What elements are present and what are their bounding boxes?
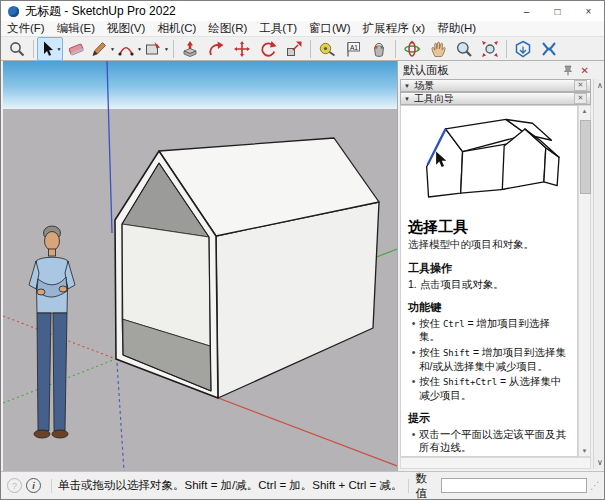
scrollbar-down-icon[interactable]: ▼ [579, 448, 590, 454]
scale-icon [285, 40, 303, 58]
chevron-down-icon[interactable]: ▼ [137, 46, 142, 52]
instructor-bottom-strip [400, 457, 591, 469]
follow-me-icon [207, 40, 225, 58]
sky [3, 61, 397, 109]
pin-icon[interactable] [563, 65, 573, 76]
section-close-icon[interactable]: ✕ [574, 93, 587, 104]
instructor-modifier-header: 功能键 [408, 300, 571, 315]
select-arrow-icon [39, 40, 55, 58]
toolbar-separator [395, 40, 396, 58]
modifier-item: • 按住 Shift+Ctrl = 从选择集中减少项目。 [408, 375, 571, 402]
extension-warehouse-button[interactable] [536, 37, 562, 61]
info-status-icon[interactable]: i [26, 478, 41, 493]
warehouse-button[interactable] [510, 37, 536, 61]
select-button[interactable]: ▼ [37, 37, 63, 61]
pencil-icon [90, 40, 108, 58]
zoom-button[interactable] [451, 37, 477, 61]
tray-header: 默认面板 ✕ [398, 61, 605, 79]
menu-file[interactable]: 文件(F) [1, 21, 51, 36]
toolbar-separator [173, 40, 174, 58]
eraser-button[interactable] [63, 37, 89, 61]
help-status-icon[interactable]: ? [7, 478, 22, 493]
toolbar-separator [310, 40, 311, 58]
arc-icon [117, 40, 135, 58]
zoom-icon [455, 40, 473, 58]
panel-section-instructor[interactable]: ▼ 工具向导 ✕ [400, 92, 591, 105]
line-tool-button[interactable]: ▼ [89, 37, 116, 61]
status-separator [408, 479, 409, 493]
extension-warehouse-icon [540, 40, 558, 58]
modifier-item: • 按住 Shift = 增加项目到选择集和/或从选择集中减少项目。 [408, 346, 571, 373]
collapse-arrow-icon: ▼ [404, 96, 410, 102]
menu-window[interactable]: 窗口(W) [303, 21, 357, 36]
tray-close-icon[interactable]: ✕ [581, 65, 589, 76]
instructor-subtitle: 选择模型中的项目和对象。 [408, 238, 571, 251]
tape-measure-icon [318, 40, 336, 58]
maximize-button[interactable]: □ [542, 1, 573, 21]
rectangle-tool-button[interactable]: ▼ [143, 37, 170, 61]
title-bar: 无标题 - SketchUp Pro 2022 – □ × [1, 1, 604, 21]
menu-extensions[interactable]: 扩展程序 (x) [357, 21, 432, 36]
close-button[interactable]: × [573, 1, 604, 21]
tray-title: 默认面板 [403, 63, 449, 78]
chevron-down-icon[interactable]: ▼ [110, 46, 115, 52]
zoom-extents-button[interactable] [477, 37, 503, 61]
minimize-button[interactable]: – [511, 1, 542, 21]
model-viewport[interactable] [3, 61, 397, 471]
pan-button[interactable] [425, 37, 451, 61]
section-close-icon[interactable]: ✕ [574, 80, 587, 91]
tray-scroll-strip[interactable]: ∧ ∨ [593, 79, 605, 469]
chevron-down-icon[interactable]: ▼ [57, 46, 62, 52]
scrollbar-thumb[interactable] [580, 120, 591, 194]
eraser-icon [67, 40, 85, 58]
tip-item: • 双击一个平面以选定该平面及其所有边线。 [408, 428, 571, 455]
pan-hand-icon [429, 40, 447, 58]
text-tool-icon: A1 [344, 40, 362, 58]
tool-bar: ▼ ▼ ▼ ▼ [1, 37, 604, 61]
instructor-operation-item: 1. 点击项目或对象。 [408, 278, 571, 292]
search-button[interactable] [4, 37, 30, 61]
paint-bucket-button[interactable] [366, 37, 392, 61]
push-pull-button[interactable] [177, 37, 203, 61]
follow-me-button[interactable] [203, 37, 229, 61]
menu-view[interactable]: 视图(V) [101, 21, 151, 36]
menu-help[interactable]: 帮助(H) [431, 21, 482, 36]
section-label: 场景 [414, 79, 434, 93]
3d-warehouse-icon [514, 40, 532, 58]
modifier-item: • 按住 Ctrl = 增加项目到选择集。 [408, 317, 571, 344]
menu-bar: 文件(F) 编辑(E) 视图(V) 相机(C) 绘图(R) 工具(T) 窗口(W… [1, 21, 604, 37]
arc-tool-button[interactable]: ▼ [116, 37, 143, 61]
move-icon [233, 40, 251, 58]
move-button[interactable] [229, 37, 255, 61]
paint-bucket-icon [370, 40, 388, 58]
instructor-tips-header: 提示 [408, 411, 571, 426]
menu-edit[interactable]: 编辑(E) [51, 21, 101, 36]
instructor-house-illustration [411, 110, 569, 214]
instructor-scrollbar[interactable]: ▲ ▼ [578, 105, 591, 457]
rectangle-icon [144, 40, 162, 58]
tape-measure-button[interactable] [314, 37, 340, 61]
rotate-icon [259, 40, 277, 58]
default-tray-panel: 默认面板 ✕ ∧ ∨ ▼ 场景 ✕ ▼ 工具向导 ✕ [397, 61, 605, 471]
window-title: 无标题 - SketchUp Pro 2022 [25, 3, 176, 20]
scale-button[interactable] [281, 37, 307, 61]
menu-camera[interactable]: 相机(C) [151, 21, 202, 36]
menu-tools[interactable]: 工具(T) [253, 21, 303, 36]
orbit-button[interactable] [399, 37, 425, 61]
instructor-content: 选择工具 选择模型中的项目和对象。 工具操作 1. 点击项目或对象。 功能键 •… [400, 105, 578, 457]
rotate-button[interactable] [255, 37, 281, 61]
text-tool-button[interactable]: A1 [340, 37, 366, 61]
zoom-extents-icon [481, 40, 499, 58]
measurement-input[interactable] [441, 478, 587, 493]
status-separator [51, 479, 52, 493]
tray-scroll-down-icon[interactable]: ∨ [594, 458, 605, 467]
scrollbar-up-icon[interactable]: ▲ [579, 108, 590, 114]
status-hint: 单击或拖动以选择对象。Shift = 加/减。Ctrl = 加。Shift + … [58, 478, 402, 493]
instructor-operation-header: 工具操作 [408, 261, 571, 276]
orbit-icon [403, 40, 421, 58]
measurement-label: 数值 [415, 471, 435, 500]
menu-draw[interactable]: 绘图(R) [202, 21, 253, 36]
panel-section-scenes[interactable]: ▼ 场景 ✕ [400, 79, 591, 92]
tray-scroll-up-icon[interactable]: ∧ [594, 81, 605, 90]
chevron-down-icon[interactable]: ▼ [164, 46, 169, 52]
